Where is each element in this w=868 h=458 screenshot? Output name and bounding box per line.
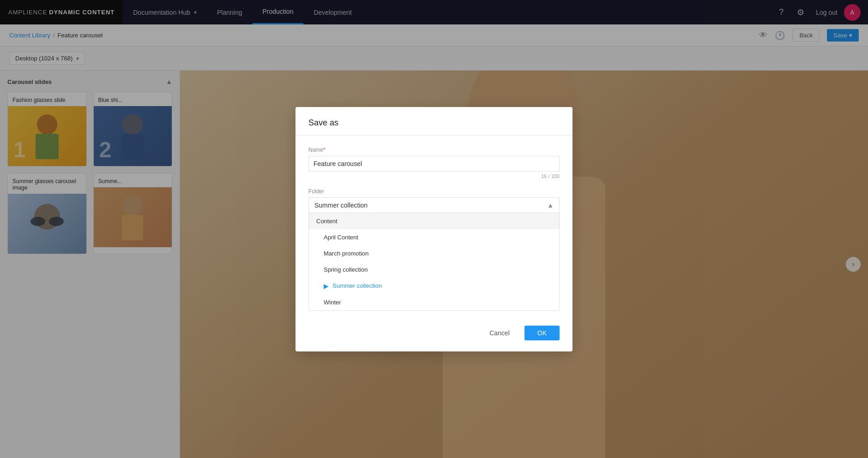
dialog-body: Name* 16 / 100 Folder Summer collection … bbox=[295, 136, 573, 318]
folder-label: Folder bbox=[308, 188, 560, 195]
folder-item-spring[interactable]: Spring collection bbox=[309, 262, 559, 278]
folder-chevron-icon: ▲ bbox=[547, 202, 554, 209]
active-folder-icon: ▶ bbox=[324, 282, 329, 290]
folder-item-content[interactable]: Content bbox=[309, 213, 559, 229]
dialog-header: Save as bbox=[295, 107, 573, 136]
folder-item-summer[interactable]: ▶ Summer collection bbox=[309, 278, 559, 294]
dialog-title: Save as bbox=[308, 118, 560, 128]
folder-section: Folder Summer collection ▲ Content April… bbox=[308, 188, 560, 311]
name-input[interactable] bbox=[308, 156, 560, 172]
folder-select-button[interactable]: Summer collection ▲ bbox=[308, 197, 560, 213]
save-as-dialog: Save as Name* 16 / 100 Folder Summer col… bbox=[295, 107, 573, 351]
folder-selected-value: Summer collection bbox=[314, 202, 368, 209]
dialog-footer: Cancel OK bbox=[295, 318, 573, 351]
folder-item-march[interactable]: March promotion bbox=[309, 245, 559, 262]
folder-item-winter[interactable]: Winter bbox=[309, 294, 559, 310]
required-indicator: * bbox=[323, 147, 326, 153]
name-field-label: Name* bbox=[308, 147, 560, 153]
modal-overlay[interactable]: Save as Name* 16 / 100 Folder Summer col… bbox=[0, 0, 868, 458]
char-count: 16 / 100 bbox=[308, 173, 560, 179]
folder-item-april[interactable]: April Content bbox=[309, 229, 559, 245]
folder-dropdown: Content April Content March promotion Sp… bbox=[308, 213, 560, 311]
ok-button[interactable]: OK bbox=[524, 326, 560, 340]
cancel-button[interactable]: Cancel bbox=[480, 326, 519, 340]
